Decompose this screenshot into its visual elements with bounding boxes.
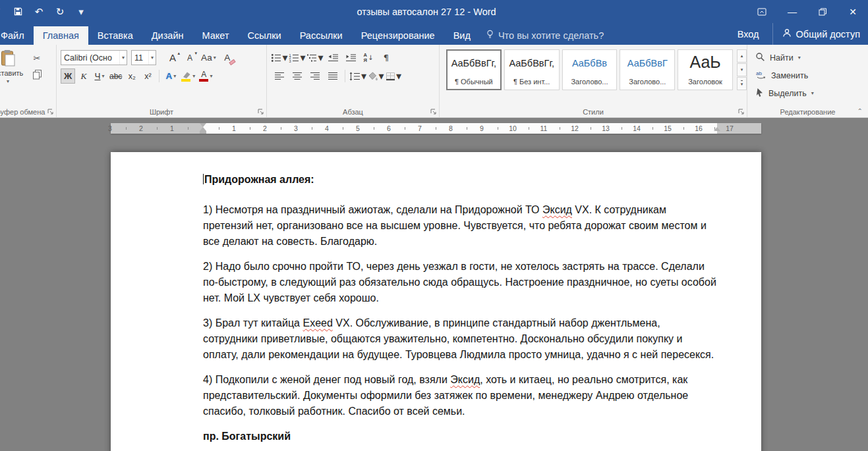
restore-button[interactable] [807,0,838,23]
find-button[interactable]: Найти ▾ [747,49,868,66]
numbering-button[interactable]: 123 ▾ [289,50,306,65]
group-styles: АаБбВвГг, ¶ Обычный АаБбВвГг, ¶ Без инт.… [440,45,747,117]
shrink-font-button[interactable]: А ▾ [183,50,197,65]
text-effects-button[interactable]: А ▾ [163,68,178,84]
group-editing: Найти ▾ ab Заменить Выделить ▾ Редактиро… [747,45,868,117]
grow-font-button[interactable]: А ▴ [165,50,180,65]
group-label-styles: Стили [440,108,747,116]
clear-formatting-button[interactable]: А [220,50,235,65]
align-left-button[interactable] [271,68,288,84]
change-case-button[interactable]: Аа ▾ [200,50,217,65]
right-indent-marker[interactable] [714,127,720,131]
replace-button[interactable]: ab Заменить [747,66,868,84]
decrease-indent-button[interactable] [324,50,341,65]
borders-button[interactable]: ▾ [385,68,402,84]
dialog-launcher-icon[interactable] [738,108,745,115]
underline-button[interactable]: Ч ▾ [92,68,107,84]
dialog-launcher-icon[interactable] [257,108,264,115]
close-button[interactable]: ✕ [838,0,868,23]
document-paragraph[interactable]: 2) Надо было срочно пройти ТО, через ден… [203,259,718,306]
font-size-combo[interactable]: 11 ▾ [131,50,156,65]
ruler-number: 4 [325,124,329,133]
superscript-button[interactable]: х² [140,68,155,84]
ruler-number: 6 [387,124,391,133]
tab-home[interactable]: Главная [34,26,88,45]
line-spacing-button[interactable]: ▾ [349,68,366,84]
ruler-number: 13 [602,124,610,133]
gallery-more-icon[interactable]: ▾ [737,77,747,90]
subscript-button[interactable]: х₂ [125,68,139,84]
multilevel-list-button[interactable]: ▾ [306,50,324,65]
strikethrough-button[interactable]: abc [108,68,123,84]
select-button[interactable]: Выделить ▾ [747,84,868,102]
redo-icon[interactable]: ↻ [53,4,67,20]
style-card-title[interactable]: АаЬ Заголовок [678,49,733,90]
align-right-button[interactable] [306,68,324,84]
tab-design[interactable]: Дизайн [142,26,193,45]
dialog-launcher-icon[interactable] [430,108,437,115]
quick-access-toolbar: W ↶ ↻ ▾ [0,4,88,20]
chevron-down-icon: ▾ [214,55,216,61]
document-paragraph[interactable]: 4) Подкопили с женой денег под новый год… [203,372,718,419]
style-card-no-spacing[interactable]: АаБбВвГг, ¶ Без инт... [504,49,560,90]
left-indent-marker[interactable] [200,131,206,134]
chevron-down-icon[interactable]: ▾ [148,51,156,65]
font-color-button[interactable]: А ▾ [198,68,214,84]
ruler-number: 17 [726,124,734,133]
lightbulb-icon [486,30,494,41]
increase-indent-button[interactable] [342,50,359,65]
undo-icon[interactable]: ↶ [32,4,45,20]
group-clipboard: Вставить ▾ ✂ Буфер обмена [0,45,57,117]
paste-button[interactable]: Вставить ▾ [0,49,26,84]
bullets-button[interactable]: ▾ [271,50,288,65]
show-marks-button[interactable]: ¶ [378,50,395,65]
document-paragraph[interactable]: 3) Брал тут китайца Exeed VX. Обслуживан… [203,315,718,363]
share-button[interactable]: Общий доступ [772,23,868,45]
tab-mailings[interactable]: Рассылки [291,26,352,45]
shading-button[interactable]: ▾ [367,68,384,84]
tab-references[interactable]: Ссылки [239,26,291,45]
document-page[interactable]: Придорожная аллея: 1) Несмотря на праздн… [111,152,761,451]
document-footer-heading[interactable]: пр. Богатырский [203,429,718,444]
justify-button[interactable] [324,68,341,84]
style-card-heading1[interactable]: АаБбВв Заголово... [562,49,618,90]
italic-button[interactable]: К [76,68,91,84]
ruler-tick [683,127,684,130]
tab-view[interactable]: Вид [444,26,480,45]
gallery-up-icon[interactable]: ▴ [737,49,747,63]
ruler-tick [436,127,436,130]
ruler-tick [467,127,467,130]
document-heading[interactable]: Придорожная аллея: [203,172,718,188]
cursor-icon [755,88,764,99]
style-card-heading2[interactable]: АаБбВвГ Заголово... [620,49,675,90]
tab-review[interactable]: Рецензирование [352,26,444,45]
replace-icon: ab [755,70,767,81]
cut-icon[interactable]: ✂ [31,53,43,63]
style-card-normal[interactable]: АаБбВвГг, ¶ Обычный [446,49,502,90]
qat-customize-icon[interactable]: ▾ [74,4,88,20]
highlight-color-button[interactable]: ▾ [179,68,196,84]
tab-layout[interactable]: Макет [193,26,239,45]
tell-me-box[interactable]: Что вы хотите сделать? [486,26,604,45]
word-app-icon[interactable]: W [0,4,3,20]
document-paragraphs: 1) Несмотря на праздничный ажиотаж, сдел… [203,202,718,419]
sort-button[interactable]: АЯ ↓ [360,50,377,65]
chevron-down-icon[interactable]: ▾ [119,51,127,65]
ribbon-display-options-icon[interactable] [747,0,777,23]
collapse-ribbon-icon[interactable]: ⌃ [857,107,863,115]
tab-insert[interactable]: Вставка [88,26,142,45]
ribbon: Вставить ▾ ✂ Буфер обмена Calibri (Осно [0,45,868,118]
tab-file[interactable]: Файл [0,26,34,45]
ruler-tick [714,127,715,130]
font-name-combo[interactable]: Calibri (Осно ▾ [61,50,127,65]
bold-button[interactable]: Ж [61,68,75,84]
misspelled-word: Эксид [542,204,572,215]
dialog-launcher-icon[interactable] [47,108,54,115]
sign-in-link[interactable]: Вход [724,29,772,40]
gallery-down-icon[interactable]: ▾ [737,63,747,76]
save-icon[interactable] [11,4,24,20]
document-paragraph[interactable]: 1) Несмотря на праздничный ажиотаж, сдел… [203,202,718,250]
minimize-button[interactable]: — [777,0,807,23]
copy-icon[interactable] [31,69,43,80]
align-center-button[interactable] [289,68,306,84]
